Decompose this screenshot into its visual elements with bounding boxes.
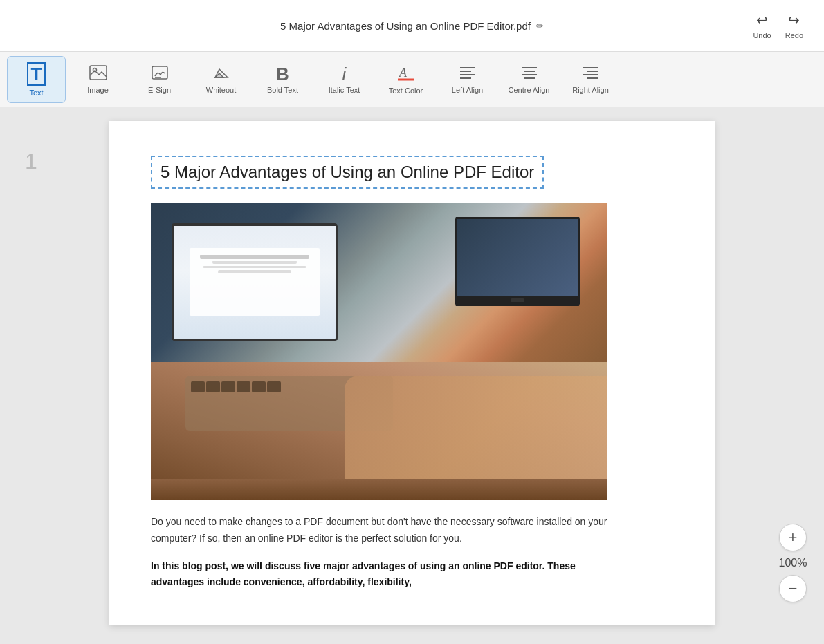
text-color-tool-label: Text Color: [389, 86, 423, 95]
page-number: 1: [25, 149, 37, 644]
left-align-tool-label: Left Align: [452, 86, 483, 94]
zoom-out-icon: −: [789, 580, 798, 598]
whiteout-tool-label: Whiteout: [206, 86, 236, 94]
esign-tool-label: E-Sign: [148, 86, 171, 94]
bold-text-tool-icon: B: [276, 65, 289, 83]
redo-label: Redo: [785, 31, 803, 39]
toolbar-text[interactable]: T Text: [7, 56, 66, 103]
whiteout-tool-icon: [212, 65, 230, 83]
toolbar-right-align[interactable]: Right Align: [561, 56, 620, 103]
toolbar-bold-text[interactable]: B Bold Text: [253, 56, 312, 103]
zoom-in-icon: +: [789, 528, 798, 546]
document-area[interactable]: 5 Major Advantages of Using an Online PD…: [62, 107, 762, 644]
image-tool-label: Image: [87, 86, 109, 94]
toolbar-left-align[interactable]: Left Align: [438, 56, 497, 103]
toolbar-text-color[interactable]: A Text Color: [376, 56, 435, 103]
toolbar-whiteout[interactable]: Whiteout: [192, 56, 250, 103]
zoom-level-display: 100%: [779, 557, 807, 569]
text-tool-icon: T: [27, 62, 46, 86]
document-title-bar: 5 Major Advantages of Using an Online PD…: [280, 20, 544, 32]
pdf-body-paragraph: Do you need to make changes to a PDF doc…: [151, 514, 607, 547]
header: 5 Major Advantages of Using an Online PD…: [0, 0, 824, 52]
left-align-tool-icon: [459, 65, 477, 83]
header-actions: ↩ Undo ↪ Redo: [753, 12, 803, 39]
right-panel: + 100% −: [762, 107, 824, 644]
toolbar-italic-text[interactable]: i Italic Text: [315, 56, 374, 103]
bold-text-tool-label: Bold Text: [267, 86, 298, 94]
toolbar-centre-align[interactable]: Centre Align: [500, 56, 558, 103]
right-align-tool-icon: [582, 65, 600, 83]
main-content: 1 5 Major Advantages of Using an Online …: [0, 107, 824, 644]
pdf-image: [151, 203, 607, 500]
centre-align-tool-icon: [520, 65, 538, 83]
pdf-body-bold: In this blog post, we will discuss five …: [151, 558, 607, 591]
toolbar-esign[interactable]: E-Sign: [130, 56, 189, 103]
pdf-page: 5 Major Advantages of Using an Online PD…: [109, 121, 715, 625]
pdf-title-selection[interactable]: 5 Major Advantages of Using an Online PD…: [151, 156, 544, 189]
toolbar: T Text Image E-Sign: [0, 52, 824, 107]
text-tool-label: Text: [29, 89, 43, 97]
undo-label: Undo: [753, 31, 771, 39]
zoom-out-button[interactable]: −: [779, 575, 807, 602]
image-tool-icon: [89, 65, 107, 83]
text-color-tool-icon: A: [397, 64, 415, 84]
zoom-in-button[interactable]: +: [779, 524, 807, 551]
edit-filename-icon[interactable]: ✏: [536, 21, 544, 31]
document-filename: 5 Major Advantages of Using an Online PD…: [280, 20, 531, 32]
right-align-tool-label: Right Align: [572, 86, 609, 94]
toolbar-image[interactable]: Image: [68, 56, 127, 103]
italic-text-tool-icon: i: [342, 65, 347, 83]
pdf-title: 5 Major Advantages of Using an Online PD…: [161, 163, 534, 181]
esign-tool-icon: [151, 65, 169, 83]
svg-text:A: A: [399, 66, 408, 80]
italic-text-tool-label: Italic Text: [329, 86, 360, 94]
redo-button[interactable]: ↪ Redo: [785, 12, 803, 39]
undo-button[interactable]: ↩ Undo: [753, 12, 771, 39]
page-sidebar: 1: [0, 107, 62, 644]
centre-align-tool-label: Centre Align: [509, 86, 550, 94]
undo-icon: ↩: [756, 12, 768, 28]
redo-icon: ↪: [788, 12, 800, 28]
